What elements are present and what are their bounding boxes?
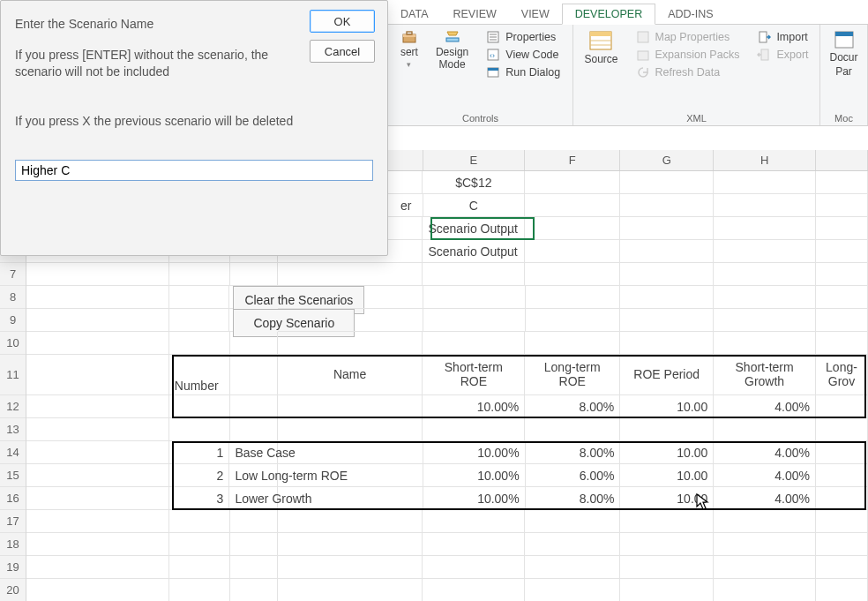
cell-e-scenario-output[interactable]: Scenario Output bbox=[423, 240, 525, 263]
svg-rect-19 bbox=[761, 49, 768, 60]
col-header-g[interactable]: G bbox=[620, 150, 714, 170]
ribbon-group-controls-label: Controls bbox=[462, 111, 498, 124]
svg-rect-13 bbox=[590, 32, 611, 36]
col-header-f[interactable]: F bbox=[525, 150, 620, 170]
row-header-15[interactable]: 15 bbox=[0, 464, 26, 487]
col-header-e[interactable]: E bbox=[423, 150, 526, 170]
cell-e-scenario-output-active[interactable]: Scenario Outpµt bbox=[423, 217, 525, 240]
xml-import-button[interactable]: Import bbox=[757, 28, 807, 46]
row-header-20[interactable]: 20 bbox=[0, 579, 26, 601]
table-row[interactable]: 3 Lower Growth 10.00% 8.00% 10.00 4.00% bbox=[26, 487, 868, 510]
row-header-12[interactable]: 12 bbox=[0, 395, 26, 418]
row-header-16[interactable]: 16 bbox=[0, 487, 26, 510]
svg-rect-16 bbox=[638, 32, 648, 42]
col-header-h[interactable]: H bbox=[714, 150, 816, 170]
insert-control-button[interactable]: sert ▾ bbox=[397, 28, 422, 71]
header-short-term-growth: Short-termGrowth bbox=[719, 355, 810, 394]
header-name: Name bbox=[283, 355, 417, 394]
header-number: Number bbox=[175, 355, 224, 394]
expansion-packs-button[interactable]: Expansion Packs bbox=[636, 46, 740, 64]
row-header-19[interactable]: 19 bbox=[0, 556, 26, 579]
design-mode-button[interactable]: Design Mode bbox=[432, 28, 472, 72]
cell-e-letter[interactable]: C bbox=[423, 194, 526, 217]
run-dialog-button[interactable]: Run Dialog bbox=[486, 64, 560, 81]
ribbon-tabs: DATA REVIEW VIEW DEVELOPER ADD-INS bbox=[388, 0, 868, 25]
cancel-button[interactable]: Cancel bbox=[310, 40, 375, 63]
svg-rect-21 bbox=[835, 32, 853, 36]
ok-button[interactable]: OK bbox=[310, 10, 375, 33]
tab-view[interactable]: VIEW bbox=[509, 4, 562, 24]
row-header-11[interactable]: 11 bbox=[0, 355, 26, 395]
run-dialog-icon bbox=[486, 65, 500, 79]
xml-source-button[interactable]: Source bbox=[580, 28, 621, 67]
refresh-icon bbox=[636, 65, 650, 79]
svg-rect-3 bbox=[446, 38, 459, 41]
svg-rect-17 bbox=[638, 51, 648, 60]
xml-export-button[interactable]: Export bbox=[757, 46, 808, 64]
row-header-9[interactable]: 9 bbox=[0, 309, 26, 332]
export-icon bbox=[757, 48, 771, 62]
document-panel-icon bbox=[834, 30, 855, 49]
row-header-13[interactable]: 13 bbox=[0, 418, 26, 441]
svg-rect-11 bbox=[488, 68, 498, 71]
row-header-10[interactable]: 10 bbox=[0, 332, 26, 355]
row-header-14[interactable]: 14 bbox=[0, 441, 26, 464]
map-properties-icon bbox=[636, 30, 650, 44]
import-icon bbox=[757, 30, 771, 44]
view-code-icon: ‹› bbox=[486, 48, 500, 62]
tab-review[interactable]: REVIEW bbox=[440, 4, 508, 24]
row-header-7[interactable]: 7 bbox=[0, 263, 26, 286]
header-roe-period: ROE Period bbox=[625, 355, 707, 394]
ribbon-group-xml-label: XML bbox=[686, 111, 707, 124]
properties-button[interactable]: Properties bbox=[486, 28, 556, 46]
svg-text:‹›: ‹› bbox=[490, 51, 495, 60]
dialog-instruction-1: If you press [ENTER] without the scenari… bbox=[15, 47, 315, 80]
scenario-name-dialog: Enter the Scenario Name If you press [EN… bbox=[0, 0, 388, 256]
document-panel-button[interactable]: Docur Par bbox=[827, 28, 862, 79]
table-row[interactable]: 10.00% 8.00% 10.00 4.00% bbox=[26, 395, 868, 418]
header-long-term-roe: Long-termROE bbox=[530, 355, 614, 394]
row-header-18[interactable]: 18 bbox=[0, 533, 26, 556]
row-header-8[interactable]: 8 bbox=[0, 286, 26, 309]
ruler-pencil-icon bbox=[445, 30, 460, 44]
ribbon-body: sert ▾ Design Mode Properties ‹› bbox=[388, 25, 868, 126]
toolbox-icon bbox=[402, 30, 416, 44]
map-properties-button[interactable]: Map Properties bbox=[636, 28, 730, 46]
refresh-data-button[interactable]: Refresh Data bbox=[636, 64, 721, 81]
properties-icon bbox=[486, 30, 500, 44]
view-code-button[interactable]: ‹› View Code bbox=[486, 46, 558, 64]
tab-data[interactable]: DATA bbox=[388, 4, 440, 24]
cell-e-ref[interactable]: $C$12 bbox=[423, 171, 525, 194]
ribbon-group-modify-label: Moc bbox=[834, 111, 853, 124]
header-short-term-roe: Short-termROE bbox=[428, 355, 519, 394]
scenario-name-input[interactable] bbox=[15, 160, 373, 181]
svg-rect-2 bbox=[407, 32, 412, 34]
row-header-17[interactable]: 17 bbox=[0, 510, 26, 533]
tab-developer[interactable]: DEVELOPER bbox=[562, 4, 655, 25]
header-long-term-growth: Long-Grov bbox=[821, 355, 862, 394]
xml-source-icon bbox=[588, 30, 613, 51]
table-row[interactable]: 2 Low Long-term ROE 10.00% 6.00% 10.00 4… bbox=[26, 464, 868, 487]
svg-rect-18 bbox=[760, 32, 767, 42]
dialog-instruction-2: If you press X the previous scenario wil… bbox=[15, 114, 373, 128]
table-row[interactable]: 1 Base Case 10.00% 8.00% 10.00 4.00% bbox=[26, 441, 868, 464]
expansion-packs-icon bbox=[636, 48, 650, 62]
tab-addins[interactable]: ADD-INS bbox=[655, 4, 725, 24]
